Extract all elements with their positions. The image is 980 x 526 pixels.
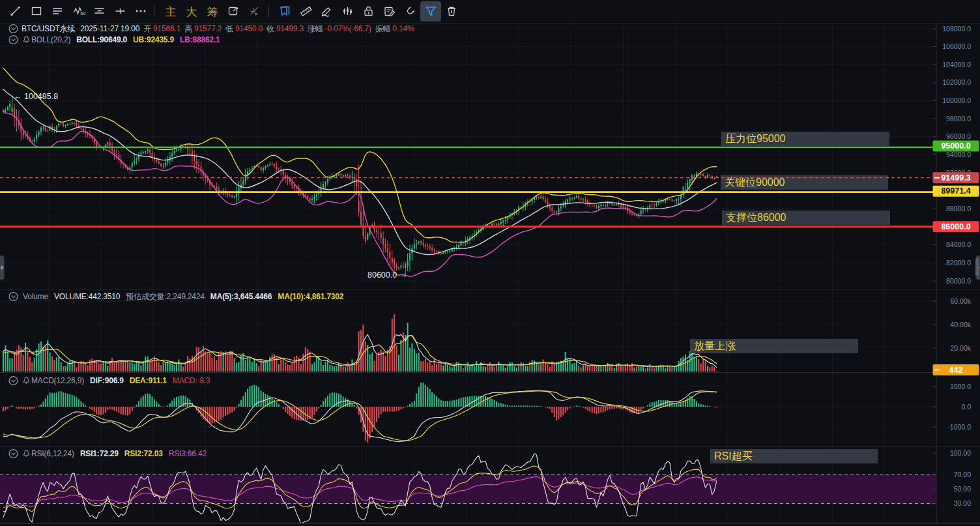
- svg-text:100.00: 100.00: [950, 449, 971, 457]
- svg-text:60: 60: [81, 11, 86, 16]
- svg-text:80600.0 →: 80600.0 →: [368, 270, 407, 280]
- svg-text:← 100485.8: ← 100485.8: [14, 92, 58, 101]
- svg-text:-1000.0: -1000.0: [947, 423, 971, 431]
- svg-text:20.00k: 20.00k: [950, 344, 971, 352]
- svg-text:80000.0: 80000.0: [946, 277, 971, 285]
- svg-text:40.00k: 40.00k: [950, 321, 971, 329]
- svg-text:91499.3: 91499.3: [941, 173, 970, 183]
- svg-text:关键位90000: 关键位90000: [725, 177, 785, 188]
- svg-text:95000.0: 95000.0: [941, 141, 970, 151]
- svg-text:筹: 筹: [207, 6, 218, 18]
- svg-text:主: 主: [166, 6, 177, 18]
- svg-text:94000.0: 94000.0: [946, 151, 971, 158]
- svg-text:88000.0: 88000.0: [946, 205, 971, 212]
- svg-text:96000.0: 96000.0: [946, 132, 971, 140]
- svg-text:106000.0: 106000.0: [942, 42, 971, 50]
- svg-text:压力位95000: 压力位95000: [725, 133, 786, 144]
- svg-text:102000.0: 102000.0: [942, 78, 971, 86]
- svg-text:98000.0: 98000.0: [946, 115, 971, 123]
- svg-text:支撑位86000: 支撑位86000: [726, 212, 786, 223]
- svg-text:89971.4: 89971.4: [941, 186, 970, 196]
- svg-text:1000.0: 1000.0: [950, 383, 971, 390]
- svg-text:60.00k: 60.00k: [950, 297, 971, 305]
- svg-text:108000.0: 108000.0: [942, 25, 971, 33]
- svg-text:30.00: 30.00: [954, 499, 971, 507]
- svg-text:86000.0: 86000.0: [941, 222, 970, 231]
- svg-text:0.0: 0.0: [961, 403, 971, 411]
- svg-text:大: 大: [186, 6, 197, 18]
- svg-text:RSI超买: RSI超买: [714, 450, 753, 461]
- svg-text:100000.0: 100000.0: [942, 96, 971, 104]
- svg-text:84000.0: 84000.0: [946, 241, 971, 248]
- svg-text:104000.0: 104000.0: [942, 61, 971, 68]
- svg-text:VolumeVOLUME:442.3510预估成交量:2,2: VolumeVOLUME:442.3510预估成交量:2,249.2424MA(…: [23, 292, 344, 301]
- svg-text:放量上涨: 放量上涨: [694, 340, 736, 351]
- svg-text:442: 442: [949, 366, 963, 375]
- svg-text:70.00: 70.00: [954, 471, 971, 478]
- svg-text:BOLL(20,2)BOLL:90649.0UB:92435: BOLL(20,2)BOLL:90649.0UB:92435.9LB:88862…: [31, 35, 220, 44]
- svg-text:82000.0: 82000.0: [946, 259, 971, 267]
- svg-text:MACD(12,26,9)DIF:906.9DEA:911.: MACD(12,26,9)DIF:906.9DEA:911.1MACD:-8.3: [31, 376, 210, 385]
- svg-text:50.00: 50.00: [954, 485, 971, 493]
- svg-text:BTC/USDT永续2025-11-27 19:00开915: BTC/USDT永续2025-11-27 19:00开91566.1高91577…: [22, 24, 414, 33]
